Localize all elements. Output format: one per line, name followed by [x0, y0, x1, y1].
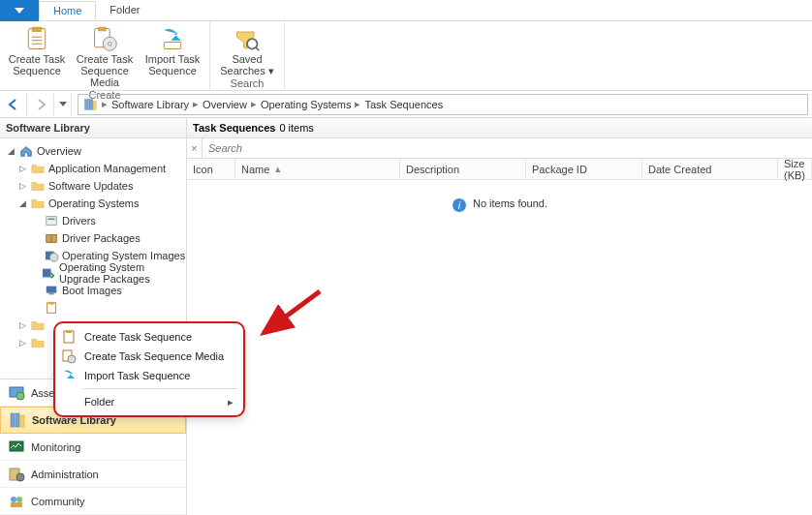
create-task-sequence-label: Create Task Sequence — [8, 53, 66, 76]
svg-point-29 — [16, 392, 24, 400]
column-headers: Icon Name ▴ Description Package ID Date … — [187, 159, 812, 180]
nav-title: Software Library — [0, 118, 186, 138]
breadcrumb[interactable]: ▸ Software Library ▸ Overview ▸ Operatin… — [78, 94, 808, 115]
chevron-right-icon: ▸ — [102, 98, 108, 110]
create-task-sequence-button[interactable]: Create Task Sequence — [8, 23, 66, 88]
media-icon — [61, 348, 77, 364]
search-input[interactable] — [203, 138, 812, 158]
tree-driver-packages[interactable]: Driver Packages — [0, 229, 186, 247]
nav-back-button[interactable] — [0, 93, 27, 116]
workspace-label: Administration — [31, 469, 99, 480]
svg-point-9 — [109, 43, 112, 46]
ctx-folder-submenu[interactable]: Folder ▸ — [57, 392, 241, 411]
tree-label: Drivers — [62, 215, 96, 227]
svg-rect-30 — [11, 413, 15, 427]
tree-label: Application Management — [48, 163, 166, 174]
svg-rect-15 — [89, 99, 93, 109]
task-sequence-icon — [61, 329, 77, 345]
workspace-label: Monitoring — [31, 441, 80, 453]
svg-point-36 — [11, 497, 16, 502]
import-task-sequence-button[interactable]: Import Task Sequence — [143, 23, 202, 88]
svg-rect-32 — [20, 415, 24, 427]
tree-label: Operating System Upgrade Packages — [59, 261, 186, 285]
tree-overview[interactable]: ◢ Overview — [0, 142, 186, 160]
create-task-sequence-media-button[interactable]: Create Task Sequence Media — [76, 23, 134, 88]
svg-rect-17 — [47, 217, 57, 226]
svg-rect-23 — [43, 269, 51, 278]
search-toggle[interactable]: × — [187, 138, 203, 158]
col-description[interactable]: Description — [400, 159, 526, 179]
breadcrumb-bar: ▸ Software Library ▸ Overview ▸ Operatin… — [0, 91, 812, 118]
assets-icon — [8, 384, 25, 402]
svg-point-37 — [16, 497, 22, 502]
tree-label: Operating System Images — [62, 250, 185, 261]
tree-label: Software Updates — [48, 180, 133, 192]
nav-forward-button[interactable] — [27, 93, 54, 116]
workspace-monitoring[interactable]: Monitoring — [0, 434, 186, 461]
crumb-os[interactable]: Operating Systems — [261, 99, 352, 110]
crumb-task-sequences[interactable]: Task Sequences — [364, 99, 443, 110]
ctx-import-task-sequence[interactable]: Import Task Sequence — [57, 366, 241, 385]
package-icon — [44, 231, 59, 245]
ribbon: Create Task Sequence Create Task Sequenc… — [0, 21, 812, 91]
folder-icon — [30, 162, 46, 175]
col-size[interactable]: Size (KB) — [778, 159, 812, 179]
chevron-right-icon: ▸ — [251, 98, 257, 110]
grid-body: i No items found. — [187, 180, 812, 515]
expand-icon[interactable]: ▷ — [17, 338, 27, 348]
col-name-label: Name — [241, 164, 269, 175]
tree-app-mgmt[interactable]: ▷ Application Management — [0, 160, 186, 177]
ribbon-group-search: Search — [218, 76, 276, 90]
svg-rect-25 — [48, 293, 53, 295]
upgrade-icon — [41, 266, 56, 280]
collapse-icon[interactable]: ◢ — [6, 146, 16, 156]
driver-icon — [44, 214, 59, 227]
crumb-overview[interactable]: Overview — [203, 99, 247, 110]
expand-icon[interactable]: ▷ — [17, 164, 27, 173]
sort-asc-icon: ▴ — [275, 163, 281, 175]
expand-icon[interactable]: ▷ — [17, 181, 27, 191]
tab-home[interactable]: Home — [39, 1, 96, 20]
task-sequence-icon — [44, 301, 59, 315]
col-name[interactable]: Name ▴ — [235, 159, 400, 179]
workspace-administration[interactable]: Administration — [0, 461, 186, 488]
col-date-created[interactable]: Date Created — [642, 159, 778, 179]
tab-folder[interactable]: Folder — [96, 1, 153, 20]
admin-icon — [8, 466, 25, 483]
ctx-create-task-sequence-media[interactable]: Create Task Sequence Media — [57, 347, 241, 366]
create-task-sequence-media-label: Create Task Sequence Media — [76, 53, 134, 88]
nav-history-dropdown[interactable] — [54, 93, 72, 116]
tree-os-upgrade-packages[interactable]: Operating System Upgrade Packages — [0, 264, 186, 282]
svg-point-44 — [68, 355, 76, 363]
svg-rect-42 — [66, 330, 72, 333]
tree-os[interactable]: ◢ Operating Systems — [0, 195, 186, 212]
tree-sw-updates[interactable]: ▷ Software Updates — [0, 177, 186, 195]
svg-rect-38 — [11, 502, 22, 507]
svg-rect-10 — [164, 43, 181, 49]
workspace-label: Community — [31, 496, 85, 507]
svg-rect-16 — [94, 101, 97, 109]
submenu-arrow-icon: ▸ — [228, 396, 234, 409]
workspace-community[interactable]: Community — [0, 488, 186, 515]
boot-icon — [44, 284, 59, 297]
collapse-icon[interactable]: ◢ — [17, 198, 27, 208]
saved-searches-label: Saved Searches ▾ — [218, 53, 276, 76]
tree-label: Operating Systems — [48, 197, 140, 209]
tree-drivers[interactable]: Drivers — [0, 212, 186, 229]
monitoring-icon — [8, 439, 25, 456]
svg-point-22 — [49, 253, 58, 261]
library-icon — [9, 411, 26, 429]
expand-icon[interactable]: ▷ — [17, 320, 27, 330]
crumb-root[interactable]: Software Library — [111, 99, 189, 110]
col-package-id[interactable]: Package ID — [526, 159, 642, 179]
saved-searches-button[interactable]: Saved Searches ▾ — [218, 23, 276, 76]
tree-label: Overview — [37, 145, 81, 157]
chevron-right-icon: ▸ — [193, 98, 199, 110]
tree-label: Boot Images — [62, 285, 122, 296]
ctx-create-task-sequence[interactable]: Create Task Sequence — [57, 327, 241, 347]
ctx-label: Create Task Sequence — [84, 331, 192, 343]
import-task-sequence-label: Import Task Sequence — [143, 53, 202, 76]
tree-hidden-selected[interactable] — [0, 299, 186, 317]
col-icon[interactable]: Icon — [187, 159, 235, 179]
ribbon-menu-dropdown[interactable] — [0, 0, 39, 21]
